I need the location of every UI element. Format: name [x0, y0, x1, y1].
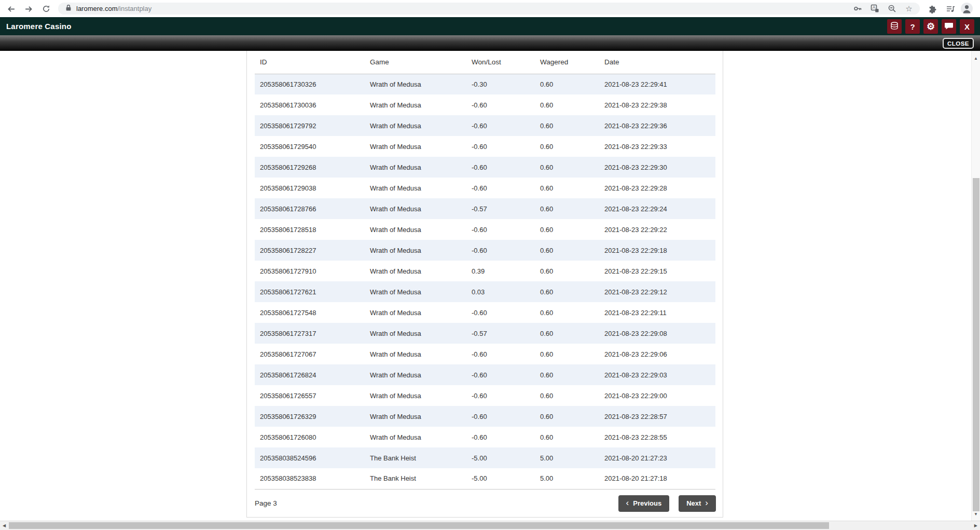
table-row: 205358038524596The Bank Heist-5.005.0020…: [255, 447, 715, 468]
cell-wagered: 0.60: [535, 157, 599, 178]
cell-date: 2021-08-23 22:29:22: [599, 219, 715, 240]
cell-won_lost: 0.03: [466, 281, 535, 302]
password-key-icon[interactable]: [853, 4, 862, 13]
url-text: laromere.com/instantplay: [76, 5, 151, 12]
cell-won_lost: -0.57: [466, 198, 535, 219]
cell-game: The Bank Heist: [365, 468, 466, 489]
svg-text:A: A: [872, 5, 875, 10]
scroll-right-icon[interactable]: ▶: [974, 523, 977, 528]
cell-id: 205358061729268: [255, 157, 365, 178]
close-x-button[interactable]: X: [960, 19, 974, 34]
page-content: IDGameWon/LostWageredDate 20535806173032…: [0, 51, 980, 521]
cell-won_lost: -0.57: [466, 323, 535, 344]
screen: laromere.com/instantplay A ☆ Laromere Ca…: [0, 0, 980, 530]
cell-date: 2021-08-23 22:29:18: [599, 240, 715, 261]
table-row: 205358061729792Wrath of Medusa-0.600.602…: [255, 115, 715, 136]
chevron-left-icon: ‹: [626, 498, 629, 507]
previous-button[interactable]: ‹ Previous: [618, 495, 670, 512]
close-button[interactable]: CLOSE: [943, 38, 974, 49]
scroll-down-icon[interactable]: ▼: [972, 512, 980, 517]
url-bar[interactable]: laromere.com/instantplay A ☆: [58, 3, 920, 15]
cell-game: Wrath of Medusa: [365, 157, 466, 178]
forward-icon[interactable]: [24, 4, 33, 13]
table-row: 205358061727621Wrath of Medusa0.030.6020…: [255, 281, 715, 302]
reading-list-icon[interactable]: [945, 4, 956, 14]
page-indicator: Page 3: [255, 499, 277, 507]
cell-wagered: 0.60: [535, 198, 599, 219]
table-row: 205358061729268Wrath of Medusa-0.600.602…: [255, 157, 715, 178]
scroll-left-icon[interactable]: ◀: [3, 523, 6, 528]
cell-won_lost: -0.60: [466, 240, 535, 261]
game-history-table: IDGameWon/LostWageredDate 20535806173032…: [255, 51, 715, 490]
table-row: 205358061727548Wrath of Medusa-0.600.602…: [255, 302, 715, 323]
settings-button[interactable]: ⚙: [923, 19, 938, 34]
chat-button[interactable]: [942, 19, 956, 34]
browser-toolbar: laromere.com/instantplay A ☆: [0, 0, 980, 17]
extensions-puzzle-icon[interactable]: [928, 4, 938, 14]
table-row: 205358061726557Wrath of Medusa-0.600.602…: [255, 385, 715, 406]
vertical-scrollbar-thumb[interactable]: [973, 178, 979, 511]
vertical-scrollbar[interactable]: ▲ ▼: [971, 51, 980, 521]
cell-date: 2021-08-23 22:29:15: [599, 261, 715, 281]
cell-won_lost: -0.30: [466, 74, 535, 94]
cell-id: 205358061727317: [255, 323, 365, 344]
cell-id: 205358061727067: [255, 344, 365, 364]
back-icon[interactable]: [6, 4, 16, 13]
bookmark-star-icon[interactable]: ☆: [904, 4, 914, 13]
profile-avatar[interactable]: [961, 3, 973, 15]
cell-won_lost: -0.60: [466, 136, 535, 157]
cell-date: 2021-08-23 22:29:28: [599, 178, 715, 198]
site-header: Laromere Casino ? ⚙: [0, 17, 980, 35]
cell-wagered: 5.00: [535, 447, 599, 468]
cell-date: 2021-08-23 22:29:41: [599, 74, 715, 94]
cell-won_lost: -0.60: [466, 344, 535, 364]
cell-wagered: 0.60: [535, 261, 599, 281]
cell-won_lost: -0.60: [466, 302, 535, 323]
help-button[interactable]: ?: [905, 19, 920, 34]
header-row: IDGameWon/LostWageredDate: [255, 51, 715, 74]
table-row: 205358061726329Wrath of Medusa-0.600.602…: [255, 406, 715, 427]
lock-icon: [65, 4, 72, 13]
cell-date: 2021-08-23 22:29:30: [599, 157, 715, 178]
cell-game: Wrath of Medusa: [365, 406, 466, 427]
horizontal-scrollbar-thumb[interactable]: [9, 522, 829, 529]
column-header-id: ID: [255, 51, 365, 74]
zoom-out-icon[interactable]: [887, 4, 896, 13]
cell-game: Wrath of Medusa: [365, 74, 466, 94]
history-table-body: 205358061730326Wrath of Medusa-0.300.602…: [255, 74, 715, 489]
cell-won_lost: -0.60: [466, 115, 535, 136]
cell-wagered: 0.60: [535, 219, 599, 240]
table-row: 205358061728766Wrath of Medusa-0.570.602…: [255, 198, 715, 219]
coins-button[interactable]: [887, 19, 902, 34]
scroll-up-icon[interactable]: ▲: [972, 57, 980, 61]
horizontal-scrollbar[interactable]: ◀ ▶: [0, 521, 980, 530]
cell-date: 2021-08-23 22:29:06: [599, 344, 715, 364]
cell-game: Wrath of Medusa: [365, 385, 466, 406]
cell-id: 205358061729540: [255, 136, 365, 157]
cell-id: 205358061728518: [255, 219, 365, 240]
cell-date: 2021-08-23 22:29:36: [599, 115, 715, 136]
chevron-right-icon: ›: [705, 498, 708, 507]
cell-won_lost: -0.60: [466, 427, 535, 447]
reload-icon[interactable]: [42, 4, 51, 13]
cell-id: 205358061729792: [255, 115, 365, 136]
cell-date: 2021-08-23 22:29:33: [599, 136, 715, 157]
cell-id: 205358038523838: [255, 468, 365, 489]
cell-wagered: 0.60: [535, 74, 599, 94]
cell-id: 205358061726329: [255, 406, 365, 427]
cell-id: 205358038524596: [255, 447, 365, 468]
table-row: 205358061730036Wrath of Medusa-0.600.602…: [255, 94, 715, 115]
cell-game: Wrath of Medusa: [365, 94, 466, 115]
cell-id: 205358061727621: [255, 281, 365, 302]
cell-game: Wrath of Medusa: [365, 240, 466, 261]
cell-game: Wrath of Medusa: [365, 219, 466, 240]
cell-wagered: 0.60: [535, 94, 599, 115]
cell-wagered: 0.60: [535, 302, 599, 323]
history-panel: IDGameWon/LostWageredDate 20535806173032…: [246, 51, 723, 518]
translate-icon[interactable]: A: [870, 4, 879, 13]
cell-wagered: 0.60: [535, 136, 599, 157]
next-button[interactable]: Next ›: [679, 495, 716, 512]
table-row: 205358061728518Wrath of Medusa-0.600.602…: [255, 219, 715, 240]
cell-id: 205358061727910: [255, 261, 365, 281]
cell-wagered: 0.60: [535, 115, 599, 136]
